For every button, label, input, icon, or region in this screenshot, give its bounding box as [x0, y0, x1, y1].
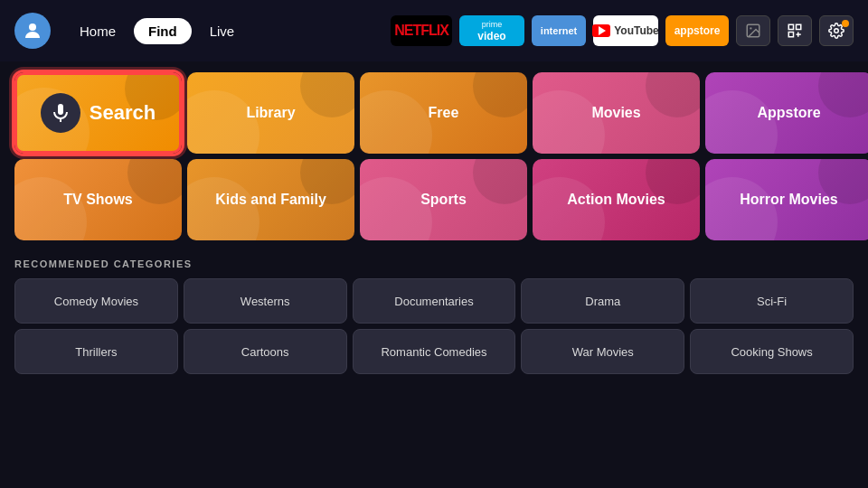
svg-rect-4	[797, 24, 801, 29]
nav-home[interactable]: Home	[65, 18, 130, 44]
photos-button[interactable]	[736, 15, 770, 46]
main-content: Search Library Free Movies Appstore TV S…	[0, 61, 868, 374]
user-avatar[interactable]	[14, 13, 51, 49]
svg-point-2	[750, 27, 751, 29]
mic-icon	[41, 93, 80, 133]
cat-romantic[interactable]: Romantic Comedies	[353, 329, 516, 374]
recommended-row2: Thrillers Cartoons Romantic Comedies War…	[14, 329, 854, 374]
svg-point-8	[835, 29, 839, 33]
prime-text-bot: video	[477, 30, 505, 42]
tile-kids[interactable]: Kids and Family	[187, 159, 354, 240]
youtube-button[interactable]: YouTube	[593, 15, 658, 46]
action-label: Action Movies	[567, 192, 665, 208]
tile-horror[interactable]: Horror Movies	[705, 159, 868, 240]
app-shortcuts: NETFLIX prime video internet YouTube app…	[391, 15, 854, 46]
youtube-play-icon	[599, 26, 606, 35]
main-nav: Home Find Live	[65, 18, 249, 44]
svg-rect-3	[788, 24, 793, 29]
prime-button[interactable]: prime video	[459, 15, 524, 46]
appstore-label: Appstore	[757, 105, 820, 121]
svg-rect-9	[58, 104, 63, 115]
grid-view-button[interactable]	[778, 15, 812, 46]
tile-tvshows[interactable]: TV Shows	[14, 159, 182, 240]
tile-movies[interactable]: Movies	[533, 72, 700, 154]
svg-point-0	[29, 23, 36, 31]
search-label: Search	[90, 101, 156, 125]
youtube-label: YouTube	[614, 24, 659, 37]
cat-documentaries[interactable]: Documentaries	[353, 278, 516, 324]
cat-drama[interactable]: Drama	[521, 278, 684, 324]
nav-find[interactable]: Find	[134, 18, 192, 44]
netflix-button[interactable]: NETFLIX	[391, 15, 452, 46]
youtube-logo-icon	[592, 24, 610, 37]
cat-thrillers[interactable]: Thrillers	[14, 329, 178, 374]
library-label: Library	[246, 105, 295, 121]
prime-text-top: prime	[482, 20, 503, 29]
cat-comedy[interactable]: Comedy Movies	[14, 278, 178, 324]
tile-search[interactable]: Search	[14, 72, 182, 154]
header: Home Find Live NETFLIX prime video inter…	[0, 0, 868, 61]
cat-war[interactable]: War Movies	[521, 329, 684, 374]
recommended-section-title: RECOMMENDED CATEGORIES	[14, 258, 854, 269]
tile-sports[interactable]: Sports	[360, 159, 527, 240]
recommended-row1: Comedy Movies Westerns Documentaries Dra…	[14, 278, 854, 324]
cat-cartoons[interactable]: Cartoons	[184, 329, 347, 374]
tile-free[interactable]: Free	[360, 72, 527, 154]
tvshows-label: TV Shows	[63, 192, 132, 208]
nav-live[interactable]: Live	[195, 18, 250, 44]
tile-appstore[interactable]: Appstore	[705, 72, 868, 154]
svg-rect-5	[788, 33, 793, 37]
settings-notification-dot	[842, 20, 849, 27]
tile-library[interactable]: Library	[187, 72, 354, 154]
horror-label: Horror Movies	[740, 192, 837, 208]
cat-scifi[interactable]: Sci-Fi	[690, 278, 854, 324]
cat-westerns[interactable]: Westerns	[184, 278, 347, 324]
sports-label: Sports	[420, 192, 467, 208]
internet-button[interactable]: internet	[532, 15, 586, 46]
tile-action[interactable]: Action Movies	[533, 159, 700, 240]
kids-label: Kids and Family	[215, 192, 326, 208]
movies-label: Movies	[591, 105, 640, 121]
category-tiles-grid: Search Library Free Movies Appstore TV S…	[14, 72, 854, 240]
cat-cooking[interactable]: Cooking Shows	[690, 329, 854, 374]
settings-button[interactable]	[819, 15, 854, 46]
appstore-button[interactable]: appstore	[665, 15, 729, 46]
free-label: Free	[429, 105, 459, 121]
